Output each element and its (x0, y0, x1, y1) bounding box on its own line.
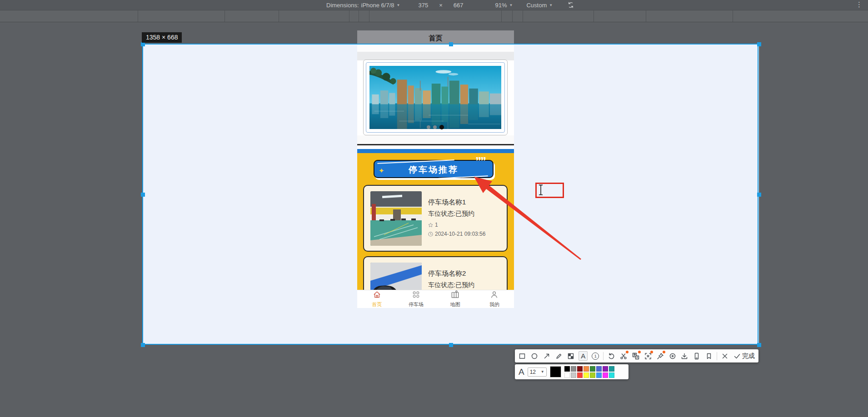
carousel-frame (366, 62, 505, 133)
color-swatch[interactable] (584, 366, 589, 372)
parking-car-photo (370, 263, 422, 290)
devtools-ruler-strip (0, 10, 868, 22)
tab-label: 首页 (372, 301, 382, 308)
page-title: 首页 (357, 30, 514, 44)
tab-首页[interactable]: 首页 (357, 290, 396, 308)
recommend-section: ✦ 停车场推荐 ”” (357, 153, 514, 290)
color-swatch[interactable] (609, 366, 614, 372)
selection-handle[interactable] (449, 343, 453, 347)
mosaic-tool[interactable] (567, 351, 576, 361)
translate-tool[interactable]: A (631, 351, 640, 361)
undo-tool[interactable] (607, 351, 616, 361)
carousel-dot[interactable] (439, 125, 444, 129)
bookmark-tool[interactable] (704, 351, 713, 361)
chevron-down-icon: ▼ (509, 3, 513, 7)
record-tool[interactable] (668, 351, 677, 361)
blue-divider-bar (357, 149, 514, 153)
color-swatch[interactable] (609, 372, 614, 378)
device-selector[interactable]: Dimensions: iPhone 6/7/8 ▼ (326, 2, 400, 9)
ellipse-tool[interactable] (530, 351, 539, 361)
pencil-tool[interactable] (554, 351, 564, 361)
notification-dot (626, 351, 629, 353)
tab-停车场[interactable]: 停车场 (396, 290, 435, 308)
color-swatch[interactable] (577, 366, 583, 372)
carousel-indicators[interactable] (366, 125, 504, 129)
selection-handle[interactable] (757, 42, 761, 46)
parking-card[interactable]: 停车场名称1 车位状态:已预约 1 2024-10-21 09:03:56 (363, 185, 508, 252)
selection-handle[interactable] (141, 193, 145, 197)
selection-size-badge: 1358 × 668 (142, 32, 182, 43)
text-style-palette: A 12 ▼ (515, 364, 629, 379)
zoom-selector[interactable]: 91% ▼ (495, 2, 513, 9)
notification-dot (638, 351, 641, 353)
done-tool[interactable]: 完成 (733, 351, 756, 361)
ruler-tick (138, 10, 138, 22)
toolbar-divider (717, 352, 717, 360)
rating-row: 1 (428, 222, 438, 228)
viewport-width-value: 375 (418, 2, 428, 9)
ruler-tick (224, 10, 225, 22)
red-rectangle-annotation[interactable] (535, 183, 564, 198)
selection-handle[interactable] (449, 42, 453, 46)
color-swatch[interactable] (564, 372, 570, 378)
ruler-tick (369, 10, 369, 22)
viewport-width-field[interactable]: 375 (418, 2, 428, 9)
arrow-tool[interactable] (542, 351, 551, 361)
selection-handle[interactable] (757, 343, 761, 347)
download-tool[interactable] (680, 351, 689, 361)
chevron-down-icon: ▼ (549, 3, 553, 7)
text-tool[interactable]: A (579, 351, 588, 361)
throttling-selector[interactable]: Custom ▼ (526, 2, 553, 9)
time-value: 2024-10-21 09:03:56 (435, 231, 485, 237)
time-row: 2024-10-21 09:03:56 (428, 231, 485, 237)
svg-text:A: A (636, 356, 639, 359)
cut-tool[interactable] (619, 351, 628, 361)
device-viewport: ✦ 停车场推荐 ”” (357, 44, 514, 308)
chevron-down-icon: ▼ (397, 3, 400, 7)
more-vertical-icon[interactable]: ⋮ (856, 0, 863, 9)
color-swatch[interactable] (564, 366, 570, 372)
parking-card[interactable]: 停车场名称2 车位状态:已预约 (363, 256, 508, 290)
quote-icon: ”” (475, 154, 485, 169)
selection-handle[interactable] (141, 42, 145, 46)
ocr-tool[interactable] (644, 351, 653, 361)
color-swatch[interactable] (577, 372, 583, 378)
selection-handle[interactable] (141, 343, 145, 347)
banner-streak (438, 175, 488, 179)
carousel-dot[interactable] (433, 125, 437, 129)
number-tool[interactable]: 1 (591, 351, 600, 361)
devtools-device-toolbar: Dimensions: iPhone 6/7/8 ▼ 375 × 667 91%… (0, 0, 868, 10)
tab-我的[interactable]: 我的 (475, 290, 514, 308)
parking-name: 停车场名称2 (428, 269, 466, 278)
selection-handle[interactable] (757, 193, 761, 197)
carousel-dot[interactable] (427, 125, 430, 129)
device-name: iPhone 6/7/8 (361, 2, 394, 9)
color-swatch[interactable] (596, 366, 602, 372)
rotate-device-icon[interactable] (567, 1, 574, 9)
rectangle-tool[interactable] (518, 351, 527, 361)
font-size-select[interactable]: 12 ▼ (528, 367, 547, 377)
color-swatch[interactable] (603, 372, 608, 378)
star-icon (428, 223, 433, 228)
home-icon (373, 290, 381, 301)
device-tool[interactable] (692, 351, 701, 361)
ruler-tick (349, 10, 349, 22)
color-swatch[interactable] (571, 372, 576, 378)
image-carousel[interactable] (363, 60, 508, 135)
ruler-tick (733, 10, 733, 22)
ruler-tick (279, 10, 279, 22)
ruler-tick (646, 10, 646, 22)
color-swatch[interactable] (590, 366, 595, 372)
tab-地图[interactable]: 地图 (436, 290, 475, 308)
color-swatch[interactable] (571, 366, 576, 372)
color-swatch[interactable] (584, 372, 589, 378)
annotation-toolbar: A1A完成 (515, 349, 758, 362)
font-size-value: 12 (530, 369, 536, 375)
color-swatch[interactable] (603, 366, 608, 372)
viewport-height-field[interactable]: 667 (454, 2, 464, 9)
close-tool[interactable] (720, 351, 729, 361)
pin-tool[interactable] (656, 351, 665, 361)
ruler-tick (501, 10, 502, 22)
color-swatch[interactable] (590, 372, 595, 378)
color-swatch[interactable] (596, 372, 602, 378)
